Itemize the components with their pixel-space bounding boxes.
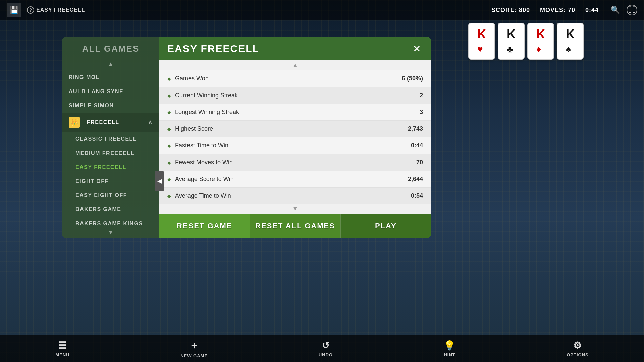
card-display-area: K♥ K♣ K♦ K♠ bbox=[468, 23, 584, 60]
sidebar-item-bakers-game[interactable]: BAKERS GAME bbox=[62, 202, 159, 217]
sidebar-item-label: EASY EIGHT OFF bbox=[75, 192, 127, 198]
diamond-icon: ◆ bbox=[167, 143, 171, 148]
sidebar-item-eight-off[interactable]: EIGHT OFF bbox=[62, 174, 159, 188]
overlay-container: ALL GAMES ▲ RING MOL AULD LANG SYNE SIMP… bbox=[62, 37, 431, 238]
moves-display: MOVES: 70 bbox=[540, 7, 575, 14]
stat-label: Current Winning Streak bbox=[175, 92, 396, 99]
scroll-up-indicator[interactable]: ▲ bbox=[159, 60, 431, 70]
hint-icon: 💡 bbox=[444, 340, 456, 351]
save-icon: 💾 bbox=[10, 6, 19, 14]
search-icon[interactable]: 🔍 bbox=[611, 6, 620, 14]
close-button[interactable]: ✕ bbox=[410, 42, 423, 55]
sidebar-scroll-up-button[interactable]: ▲ bbox=[62, 59, 159, 69]
sidebar-scroll-down-button[interactable]: ▼ bbox=[62, 227, 159, 238]
panel-title: EASY FREECELL bbox=[167, 43, 259, 54]
bottom-new-game-button[interactable]: ＋ NEW GAME bbox=[180, 339, 208, 358]
stats-list: ◆ Games Won 6 (50%) ◆ Current Winning St… bbox=[159, 70, 431, 204]
stat-label: Average Time to Win bbox=[175, 192, 396, 199]
sidebar-item-classic-freecell[interactable]: CLASSIC FREECELL bbox=[62, 132, 159, 146]
stat-row-fewest-moves: ◆ Fewest Moves to Win 70 bbox=[159, 154, 431, 171]
scroll-down-indicator[interactable]: ▼ bbox=[159, 204, 431, 214]
stat-value: 2,743 bbox=[396, 125, 423, 132]
stats-panel: EASY FREECELL ✕ ▲ ◆ Games Won 6 (50%) ◆ … bbox=[159, 37, 431, 238]
sidebar-item-auld-lang-syne[interactable]: AULD LANG SYNE bbox=[62, 84, 159, 99]
sidebar-item-label: SIMPLE SIMON bbox=[69, 103, 114, 109]
diamond-icon: ◆ bbox=[167, 93, 171, 98]
menu-icon: ☰ bbox=[58, 340, 67, 351]
save-button[interactable]: 💾 bbox=[7, 3, 21, 17]
top-bar-stats: SCORE: 800 MOVES: 70 0:44 bbox=[491, 7, 599, 14]
options-icon: ⚙ bbox=[573, 340, 582, 351]
action-buttons: RESET GAME RESET ALL GAMES PLAY bbox=[159, 214, 431, 238]
help-button[interactable]: ? EASY FREECELL bbox=[27, 6, 85, 14]
game-sidebar: ALL GAMES ▲ RING MOL AULD LANG SYNE SIMP… bbox=[62, 37, 159, 238]
top-bar-icons: 🔍 ⛶ bbox=[611, 5, 637, 15]
sidebar-item-freecell-section[interactable]: 👑 FREECELL ∧ bbox=[62, 113, 159, 132]
sidebar-item-label: AULD LANG SYNE bbox=[69, 88, 123, 95]
sidebar-item-label: CLASSIC FREECELL bbox=[75, 136, 137, 142]
card-k-hearts: K♥ bbox=[468, 23, 495, 60]
plus-icon: ＋ bbox=[189, 339, 199, 352]
stat-row-avg-time: ◆ Average Time to Win 0:54 bbox=[159, 188, 431, 204]
bottom-bar: ☰ MENU ＋ NEW GAME ↺ UNDO 💡 HINT ⚙ OPTION… bbox=[0, 335, 644, 362]
stat-label: Fewest Moves to Win bbox=[175, 159, 396, 166]
stat-row-fastest-time: ◆ Fastest Time to Win 0:44 bbox=[159, 137, 431, 154]
sidebar-item-easy-freecell[interactable]: EASY FREECELL bbox=[62, 160, 159, 174]
stat-label: Average Score to Win bbox=[175, 176, 396, 183]
crown-icon: 👑 bbox=[69, 117, 80, 128]
sidebar-header: ALL GAMES bbox=[62, 37, 159, 59]
stat-row-highest-score: ◆ Highest Score 2,743 bbox=[159, 121, 431, 137]
bottom-options-label: OPTIONS bbox=[567, 352, 589, 357]
sidebar-item-easy-eight-off[interactable]: EASY EIGHT OFF bbox=[62, 188, 159, 202]
panel-header: EASY FREECELL ✕ bbox=[159, 37, 431, 60]
bottom-options-button[interactable]: ⚙ OPTIONS bbox=[567, 340, 589, 357]
diamond-icon: ◆ bbox=[167, 110, 171, 115]
card-k-diamonds: K♦ bbox=[527, 23, 554, 60]
top-bar-game-title: EASY FREECELL bbox=[36, 7, 85, 13]
stat-label: Highest Score bbox=[175, 125, 396, 132]
reset-all-games-button[interactable]: RESET ALL GAMES bbox=[250, 214, 340, 238]
sidebar-item-label: EIGHT OFF bbox=[75, 178, 109, 184]
bottom-menu-button[interactable]: ☰ MENU bbox=[55, 340, 69, 357]
stat-value: 2 bbox=[396, 92, 423, 99]
sidebar-item-label: BAKERS GAME bbox=[75, 206, 121, 213]
bottom-undo-button[interactable]: ↺ UNDO bbox=[319, 340, 333, 357]
bottom-hint-label: HINT bbox=[444, 352, 455, 357]
stat-value: 3 bbox=[396, 109, 423, 116]
stat-row-current-streak: ◆ Current Winning Streak 2 bbox=[159, 87, 431, 104]
bottom-menu-label: MENU bbox=[55, 352, 69, 357]
stat-value: 0:44 bbox=[396, 142, 423, 149]
stat-value: 6 (50%) bbox=[396, 75, 423, 82]
diamond-icon: ◆ bbox=[167, 193, 171, 199]
bottom-hint-button[interactable]: 💡 HINT bbox=[444, 340, 456, 357]
bottom-undo-label: UNDO bbox=[319, 352, 333, 357]
sidebar-item-label: FREECELL bbox=[87, 119, 145, 125]
stat-label: Fastest Time to Win bbox=[175, 142, 396, 149]
bottom-new-game-label: NEW GAME bbox=[180, 353, 208, 358]
time-display: 0:44 bbox=[585, 7, 599, 14]
stat-label: Games Won bbox=[175, 75, 396, 82]
sidebar-item-label: EASY FREECELL bbox=[75, 164, 126, 170]
reset-game-button[interactable]: RESET GAME bbox=[159, 214, 250, 238]
expand-icon[interactable]: ⛶ bbox=[627, 5, 637, 15]
sidebar-item-ring-mol[interactable]: RING MOL bbox=[62, 70, 159, 84]
sidebar-item-simple-simon[interactable]: SIMPLE SIMON bbox=[62, 99, 159, 113]
diamond-icon: ◆ bbox=[167, 126, 171, 132]
stat-row-games-won: ◆ Games Won 6 (50%) bbox=[159, 70, 431, 87]
sidebar-collapse-button[interactable]: ◀ bbox=[155, 171, 164, 191]
sidebar-item-label: RING MOL bbox=[69, 74, 100, 80]
score-display: SCORE: 800 bbox=[491, 7, 530, 14]
diamond-icon: ◆ bbox=[167, 177, 171, 182]
stat-value: 70 bbox=[396, 159, 423, 166]
chevron-left-icon: ◀ bbox=[157, 177, 162, 185]
sidebar-item-label: BAKERS GAME KINGS ONLY bbox=[75, 221, 153, 227]
sidebar-item-bakers-game-kings[interactable]: BAKERS GAME KINGS ONLY bbox=[62, 217, 159, 227]
stat-label: Longest Winning Streak bbox=[175, 109, 396, 116]
stat-row-longest-streak: ◆ Longest Winning Streak 3 bbox=[159, 104, 431, 121]
sidebar-title: ALL GAMES bbox=[82, 44, 140, 54]
diamond-icon: ◆ bbox=[167, 160, 171, 165]
sidebar-item-medium-freecell[interactable]: MEDIUM FREECELL bbox=[62, 146, 159, 160]
stat-value: 0:54 bbox=[396, 192, 423, 199]
play-button[interactable]: PLAY bbox=[340, 214, 431, 238]
sidebar-item-label: MEDIUM FREECELL bbox=[75, 150, 135, 156]
